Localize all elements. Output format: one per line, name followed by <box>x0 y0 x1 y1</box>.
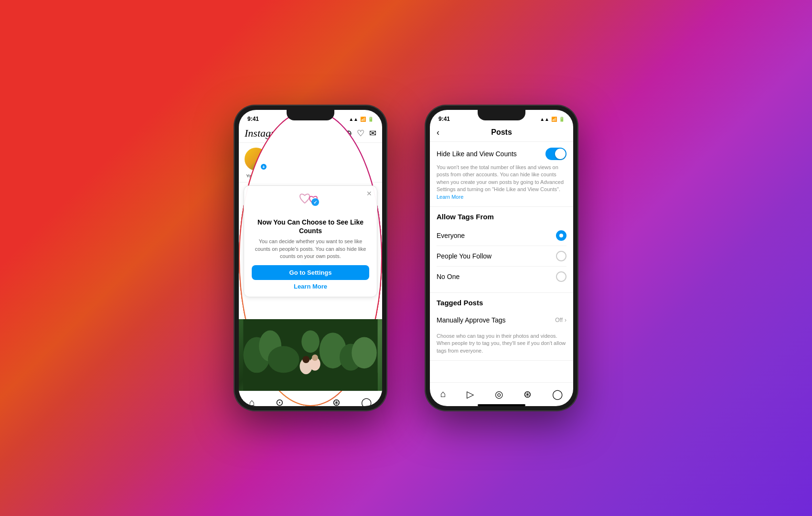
profile-nav-icon[interactable]: ◯ <box>361 397 372 406</box>
notch-1 <box>287 110 334 120</box>
signal-icon: ▲▲ <box>349 117 358 122</box>
battery-icon: 🔋 <box>368 117 374 122</box>
svg-point-5 <box>268 346 299 373</box>
signal-icon-2: ▲▲ <box>540 117 549 122</box>
modal-title: Now You Can Choose to See Like Counts <box>252 218 369 235</box>
learn-more-link[interactable]: Learn More <box>252 283 369 290</box>
allow-tags-section: Allow Tags From Everyone People You Foll… <box>430 207 573 293</box>
allow-tags-everyone-row[interactable]: Everyone <box>437 226 566 246</box>
notifications-icon[interactable]: ♡ <box>357 128 364 139</box>
modal-close-btn[interactable]: ✕ <box>366 190 372 197</box>
allow-tags-everyone-radio[interactable] <box>556 230 566 241</box>
manually-approve-value-text: Off <box>555 317 563 323</box>
allow-tags-follow-radio[interactable] <box>556 251 566 261</box>
hide-like-counts-label: Hide Like and View Counts <box>437 150 517 158</box>
svg-rect-10 <box>243 373 377 391</box>
settings-body: Hide Like and View Counts You won't see … <box>430 142 573 382</box>
hide-like-counts-section: Hide Like and View Counts You won't see … <box>430 142 573 207</box>
manually-approve-row[interactable]: Manually Approve Tags Off › <box>437 312 566 329</box>
phone-2: 9:41 ▲▲ 📶 🔋 ‹ Posts Hide Like and View C… <box>425 105 578 411</box>
allow-tags-noone-radio[interactable] <box>556 271 566 282</box>
home-nav-icon-2[interactable]: ⌂ <box>440 388 446 399</box>
wifi-icon: 📶 <box>360 117 366 122</box>
wifi-icon-2: 📶 <box>551 117 557 122</box>
status-time-2: 9:41 <box>438 116 450 122</box>
allow-tags-follow-row[interactable]: People You Follow <box>437 246 566 267</box>
add-story-badge: + <box>260 163 267 171</box>
tagged-posts-desc: Choose who can tag you in their photos a… <box>437 333 566 355</box>
allow-tags-noone-row[interactable]: No One <box>437 267 566 287</box>
chevron-right-icon: › <box>565 317 566 323</box>
learn-more-link-2[interactable]: Learn More <box>437 194 463 200</box>
svg-point-9 <box>301 330 320 353</box>
messages-icon[interactable]: ✉ <box>369 128 376 139</box>
settings-header: ‹ Posts <box>430 125 573 142</box>
hide-like-counts-toggle[interactable] <box>545 148 566 160</box>
status-icons-2: ▲▲ 📶 🔋 <box>540 117 565 122</box>
manually-approve-label: Manually Approve Tags <box>437 316 506 324</box>
manually-approve-value: Off › <box>555 317 566 323</box>
hide-like-counts-desc: You won't see the total number of likes … <box>437 164 566 201</box>
notch-2 <box>478 110 525 120</box>
go-to-settings-button[interactable]: Go to Settings <box>252 265 369 280</box>
toggle-thumb <box>555 149 566 159</box>
status-icons-1: ▲▲ 📶 🔋 <box>349 117 374 122</box>
hide-like-counts-row: Hide Like and View Counts <box>437 148 566 160</box>
modal-hearts-icon: ✓ <box>252 193 369 215</box>
like-counts-modal: ✕ ✓ Now You Can Choose to See Like Count… <box>244 185 377 297</box>
search-nav-icon[interactable]: ⊙ <box>276 397 284 406</box>
settings-page-title: Posts <box>491 128 512 137</box>
svg-point-8 <box>352 337 377 368</box>
stories-row: + Your Story lil_lapísla... <box>239 143 382 183</box>
battery-icon-2: 🔋 <box>559 117 565 122</box>
camera-nav-icon[interactable]: ◎ <box>495 388 503 400</box>
tagged-posts-title: Tagged Posts <box>437 299 566 307</box>
modal-desc: You can decide whether you want to see l… <box>252 238 369 260</box>
profile-nav-icon-2[interactable]: ◯ <box>552 388 563 400</box>
tagged-posts-section: Tagged Posts Manually Approve Tags Off ›… <box>430 293 573 361</box>
shop-nav-icon-2[interactable]: ⊛ <box>524 388 532 400</box>
shop-nav-icon[interactable]: ⊛ <box>332 397 341 406</box>
bottom-nav-2: ⌂ ▷ ◎ ⊛ ◯ <box>430 382 573 403</box>
svg-text:✓: ✓ <box>313 200 317 205</box>
allow-tags-noone-label: No One <box>437 273 459 280</box>
post-image <box>239 319 382 391</box>
back-button[interactable]: ‹ <box>437 128 439 138</box>
phone-1: 9:41 ▲▲ 📶 🔋 Instagram ⊕ ♡ ✉ + <box>234 105 387 411</box>
home-indicator-2 <box>478 404 525 406</box>
reels-nav-icon-2[interactable]: ▷ <box>467 388 474 400</box>
svg-point-13 <box>302 355 310 363</box>
allow-tags-everyone-label: Everyone <box>437 232 465 239</box>
svg-point-14 <box>312 355 318 361</box>
story-item-5[interactable]: sap... <box>341 147 351 178</box>
home-nav-icon[interactable]: ⌂ <box>249 397 255 406</box>
status-time-1: 9:41 <box>247 116 259 122</box>
radio-dot <box>559 234 563 237</box>
allow-tags-follow-label: People You Follow <box>437 252 491 260</box>
allow-tags-title: Allow Tags From <box>437 213 566 221</box>
